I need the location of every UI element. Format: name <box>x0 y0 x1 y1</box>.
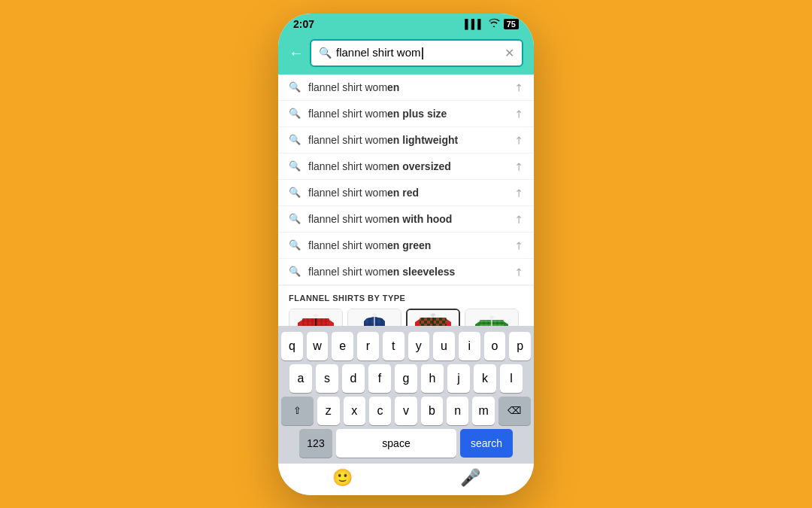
suggestion-arrow-icon: ↗ <box>511 238 526 253</box>
suggestion-arrow-icon: ↗ <box>511 80 526 95</box>
suggestion-text: flannel shirt women plus size <box>308 108 507 120</box>
key-o[interactable]: o <box>484 332 506 360</box>
type-card-checkered[interactable]: Checkered <box>406 309 460 326</box>
bottom-bar: 🙂 🎤 <box>278 464 534 495</box>
suggestion-text: flannel shirt women red <box>308 187 507 199</box>
suggestion-search-icon: 🔍 <box>289 134 301 145</box>
numbers-key[interactable]: 123 <box>299 429 332 458</box>
key-q[interactable]: q <box>281 332 303 360</box>
key-g[interactable]: g <box>395 364 417 393</box>
type-card-image <box>348 309 401 326</box>
suggestion-item[interactable]: 🔍flannel shirt women green↗ <box>278 233 534 259</box>
key-r[interactable]: r <box>357 332 379 360</box>
suggestion-arrow-icon: ↗ <box>511 211 526 227</box>
status-bar: 2:07 ▌▌▌ 75 <box>278 14 534 33</box>
suggestion-item[interactable]: 🔍flannel shirt women with hood↗ <box>278 206 534 233</box>
suggestion-search-icon: 🔍 <box>289 239 301 251</box>
type-card-long-sleeve[interactable]: Long Sleeve <box>289 309 343 326</box>
type-card-image <box>465 309 518 326</box>
key-a[interactable]: a <box>289 364 312 393</box>
search-key[interactable]: search <box>460 429 513 458</box>
key-i[interactable]: i <box>459 332 480 360</box>
key-x[interactable]: x <box>344 397 365 425</box>
by-type-section: FLANNEL SHIRTS BY TYPE Long Sleeve Sl <box>278 285 534 326</box>
suggestion-search-icon: 🔍 <box>289 266 301 277</box>
key-j[interactable]: j <box>447 364 470 393</box>
suggestions-list: 🔍flannel shirt women↗🔍flannel shirt wome… <box>278 75 534 285</box>
phone-frame: 2:07 ▌▌▌ 75 ← 🔍 flannel shirt wom ✕ 🔍fla… <box>278 14 534 495</box>
signal-icon: ▌▌▌ <box>465 19 484 29</box>
type-card-sleeveless[interactable]: Sleeveless <box>347 309 401 326</box>
search-icon: 🔍 <box>319 47 332 59</box>
search-input[interactable]: flannel shirt wom <box>336 46 500 59</box>
key-b[interactable]: b <box>421 397 443 425</box>
suggestion-text: flannel shirt women <box>308 81 507 93</box>
key-m[interactable]: m <box>472 397 494 425</box>
battery-icon: 75 <box>504 19 519 29</box>
key-d[interactable]: d <box>342 364 365 393</box>
search-input-wrap[interactable]: 🔍 flannel shirt wom ✕ <box>310 39 523 67</box>
type-card-image <box>289 309 342 326</box>
key-rows-container: qwertyuiopasdfghjkl⇧zxcvbnm⌫ <box>281 332 531 425</box>
suggestion-item[interactable]: 🔍flannel shirt women↗ <box>278 75 534 101</box>
key-h[interactable]: h <box>421 364 444 393</box>
keyboard-bottom-row: 123 space search <box>281 429 531 458</box>
keyboard: qwertyuiopasdfghjkl⇧zxcvbnm⌫ 123 space s… <box>278 326 534 464</box>
text-cursor <box>422 47 423 59</box>
mic-icon[interactable]: 🎤 <box>460 468 480 488</box>
suggestion-search-icon: 🔍 <box>289 108 301 119</box>
key-p[interactable]: p <box>509 332 531 360</box>
space-key[interactable]: space <box>336 429 456 458</box>
key-u[interactable]: u <box>433 332 455 360</box>
key-e[interactable]: e <box>332 332 353 360</box>
suggestion-search-icon: 🔍 <box>289 213 301 224</box>
key-l[interactable]: l <box>500 364 523 393</box>
suggestion-search-icon: 🔍 <box>289 81 301 93</box>
suggestion-arrow-icon: ↗ <box>511 106 526 121</box>
suggestions-area: 🔍flannel shirt women↗🔍flannel shirt wome… <box>278 75 534 326</box>
key-v[interactable]: v <box>395 397 417 425</box>
suggestion-item[interactable]: 🔍flannel shirt women red↗ <box>278 180 534 206</box>
key-c[interactable]: c <box>369 397 391 425</box>
key-s[interactable]: s <box>316 364 338 393</box>
key-k[interactable]: k <box>474 364 496 393</box>
shift-key[interactable]: ⇧ <box>281 397 314 425</box>
suggestion-text: flannel shirt women sleeveless <box>308 266 507 278</box>
back-button[interactable]: ← <box>289 44 304 62</box>
emoji-icon[interactable]: 🙂 <box>332 468 353 488</box>
by-type-title: FLANNEL SHIRTS BY TYPE <box>289 294 523 303</box>
suggestion-arrow-icon: ↗ <box>511 185 526 200</box>
suggestion-item[interactable]: 🔍flannel shirt women sleeveless↗ <box>278 259 534 285</box>
key-f[interactable]: f <box>368 364 391 393</box>
suggestion-arrow-icon: ↗ <box>511 159 526 174</box>
suggestion-item[interactable]: 🔍flannel shirt women plus size↗ <box>278 101 534 127</box>
suggestion-arrow-icon: ↗ <box>511 132 526 148</box>
backspace-key[interactable]: ⌫ <box>498 397 531 425</box>
keyboard-row-2: ⇧zxcvbnm⌫ <box>281 397 531 425</box>
suggestion-search-icon: 🔍 <box>289 160 301 172</box>
type-cards: Long Sleeve Sleeveless Checkered <box>289 309 523 326</box>
type-card-image <box>408 310 459 326</box>
suggestion-item[interactable]: 🔍flannel shirt women lightweight↗ <box>278 127 534 154</box>
type-card-short-sleeve[interactable]: Short Sleeve <box>465 309 519 326</box>
key-w[interactable]: w <box>307 332 329 360</box>
suggestion-text: flannel shirt women with hood <box>308 213 507 225</box>
wifi-icon <box>488 18 500 29</box>
suggestion-arrow-icon: ↗ <box>511 264 526 279</box>
suggestion-text: flannel shirt women lightweight <box>308 134 507 146</box>
suggestion-text: flannel shirt women oversized <box>308 160 507 172</box>
keyboard-row-0: qwertyuiop <box>281 332 531 360</box>
suggestion-search-icon: 🔍 <box>289 187 301 198</box>
key-n[interactable]: n <box>447 397 468 425</box>
search-input-text: flannel shirt wom <box>336 46 421 59</box>
suggestion-item[interactable]: 🔍flannel shirt women oversized↗ <box>278 154 534 180</box>
key-z[interactable]: z <box>317 397 339 425</box>
clear-button[interactable]: ✕ <box>504 46 514 60</box>
keyboard-row-1: asdfghjkl <box>281 364 531 393</box>
search-bar-area: ← 🔍 flannel shirt wom ✕ <box>278 33 534 75</box>
key-y[interactable]: y <box>408 332 430 360</box>
status-time: 2:07 <box>293 18 314 30</box>
status-icons: ▌▌▌ 75 <box>465 18 519 29</box>
key-t[interactable]: t <box>383 332 404 360</box>
suggestion-text: flannel shirt women green <box>308 239 507 251</box>
